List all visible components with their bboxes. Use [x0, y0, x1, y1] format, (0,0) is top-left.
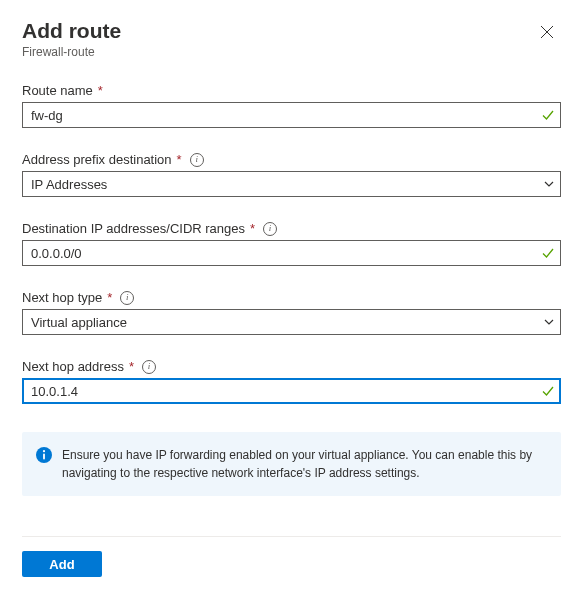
label-row: Address prefix destination* i — [22, 152, 561, 167]
next-hop-address-label: Next hop address — [22, 359, 124, 374]
form-group-next-hop-type: Next hop type* i Virtual appliance — [22, 290, 561, 335]
address-prefix-field: IP Addresses — [22, 171, 561, 197]
header-titles: Add route Firewall-route — [22, 18, 121, 59]
info-icon[interactable]: i — [263, 222, 277, 236]
next-hop-type-value: Virtual appliance — [31, 315, 127, 330]
panel-subtitle: Firewall-route — [22, 45, 121, 59]
footer-divider — [22, 536, 561, 537]
add-button[interactable]: Add — [22, 551, 102, 577]
address-prefix-select[interactable]: IP Addresses — [22, 171, 561, 197]
svg-rect-3 — [43, 454, 45, 460]
svg-point-4 — [43, 450, 45, 452]
close-icon — [540, 25, 554, 39]
info-icon[interactable]: i — [142, 360, 156, 374]
address-prefix-value: IP Addresses — [31, 177, 107, 192]
form-group-destination-cidr: Destination IP addresses/CIDR ranges* i — [22, 221, 561, 266]
form-group-route-name: Route name* — [22, 83, 561, 128]
add-route-panel: Add route Firewall-route Route name* Add… — [0, 0, 583, 597]
required-indicator: * — [98, 83, 103, 98]
destination-cidr-field — [22, 240, 561, 266]
next-hop-type-select[interactable]: Virtual appliance — [22, 309, 561, 335]
info-message-box: Ensure you have IP forwarding enabled on… — [22, 432, 561, 496]
info-icon[interactable]: i — [190, 153, 204, 167]
panel-footer: Add — [22, 536, 561, 577]
required-indicator: * — [250, 221, 255, 236]
address-prefix-label: Address prefix destination — [22, 152, 172, 167]
info-message-text: Ensure you have IP forwarding enabled on… — [62, 446, 547, 482]
label-row: Route name* — [22, 83, 561, 98]
required-indicator: * — [107, 290, 112, 305]
next-hop-type-label: Next hop type — [22, 290, 102, 305]
form-group-next-hop-address: Next hop address* i — [22, 359, 561, 404]
destination-cidr-label: Destination IP addresses/CIDR ranges — [22, 221, 245, 236]
label-row: Next hop type* i — [22, 290, 561, 305]
info-icon[interactable]: i — [120, 291, 134, 305]
panel-header: Add route Firewall-route — [22, 18, 561, 59]
label-row: Destination IP addresses/CIDR ranges* i — [22, 221, 561, 236]
route-name-label: Route name — [22, 83, 93, 98]
route-name-input[interactable] — [22, 102, 561, 128]
destination-cidr-input[interactable] — [22, 240, 561, 266]
panel-title: Add route — [22, 18, 121, 43]
required-indicator: * — [177, 152, 182, 167]
required-indicator: * — [129, 359, 134, 374]
info-filled-icon — [36, 447, 52, 463]
next-hop-address-field — [22, 378, 561, 404]
close-button[interactable] — [533, 18, 561, 46]
label-row: Next hop address* i — [22, 359, 561, 374]
next-hop-address-input[interactable] — [22, 378, 561, 404]
route-name-field — [22, 102, 561, 128]
next-hop-type-field: Virtual appliance — [22, 309, 561, 335]
form-group-address-prefix: Address prefix destination* i IP Address… — [22, 152, 561, 197]
